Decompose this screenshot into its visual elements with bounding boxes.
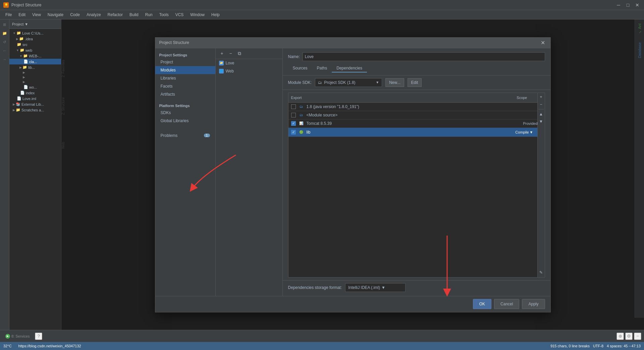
apply-button[interactable]: Apply	[522, 299, 545, 309]
menu-edit[interactable]: Edit	[16, 12, 28, 18]
nav-item-facets[interactable]: Facets	[155, 82, 215, 90]
tree-item-wo[interactable]: 📄 wo...	[9, 84, 61, 90]
tree-item-lib[interactable]: ▶ 📁 lib...	[9, 64, 61, 70]
remove-module-button[interactable]: −	[227, 50, 234, 57]
tree-item-idea[interactable]: ▶ 📁 .idea	[9, 36, 61, 42]
dep-toolbar-add[interactable]: +	[538, 94, 544, 100]
dep-toolbar-scroll-up[interactable]: ▲	[538, 111, 544, 117]
storage-select[interactable]: IntelliJ IDEA (.iml) ▼	[345, 283, 406, 292]
dep-icon-jdk: 🗂	[299, 104, 304, 109]
dep-name-tomcat: Tomcat 8.5.39	[307, 121, 521, 126]
help-button[interactable]: ?	[35, 333, 42, 340]
left-strip-icon-2[interactable]: 📁	[1, 30, 8, 37]
dialog-body: Project Settings Project Modules Librari…	[155, 48, 550, 296]
left-strip-icon-3[interactable]: ↺	[1, 38, 8, 46]
dep-row-lib[interactable]: ✓ 🟢 lib Compile ▼ ✎	[288, 128, 545, 137]
dep-toolbar-scroll-down[interactable]: ▼	[538, 118, 544, 125]
ok-button[interactable]: OK	[473, 299, 491, 309]
menu-build[interactable]: Build	[127, 12, 141, 18]
menu-tools[interactable]: Tools	[157, 12, 171, 18]
arrow-icon: ▶	[13, 103, 15, 106]
copy-module-button[interactable]: ⧉	[236, 50, 243, 57]
nav-item-sdks[interactable]: SDKs	[155, 109, 215, 117]
dep-icon-tomcat: 📊	[299, 121, 304, 126]
cancel-button[interactable]: Cancel	[494, 299, 519, 309]
module-item-web[interactable]: 🌐 Web	[216, 67, 282, 75]
tree-item-lib-1[interactable]: ▶	[9, 70, 61, 75]
nav-item-libraries[interactable]: Libraries	[155, 74, 215, 82]
sdk-new-button[interactable]: New...	[385, 78, 404, 87]
tree-item-ext-lib[interactable]: ▶ 📚 External Lib...	[9, 101, 61, 107]
nav-item-global-libraries[interactable]: Global Libraries	[155, 117, 215, 125]
menu-refactor[interactable]: Refactor	[105, 12, 125, 18]
dep-panel: Module SDK: 🗂 Project SDK (1.8) ▼ New...…	[283, 76, 550, 296]
tree-item-love[interactable]: ▼ 📁 Love C:\Us...	[9, 30, 61, 36]
tree-item-cla[interactable]: 📄 cla...	[9, 59, 61, 64]
tab-paths[interactable]: Paths	[312, 64, 332, 72]
tree-item-love-iml[interactable]: 📄 Love.iml	[9, 96, 61, 101]
name-input[interactable]	[303, 52, 545, 61]
expand-button[interactable]: ⊕	[616, 333, 624, 340]
dep-row-jdk[interactable]: 🗂 1.8 (java version "1.8.0_191")	[288, 103, 545, 111]
dep-name-jdk: 1.8 (java version "1.8.0_191")	[307, 104, 542, 109]
settings-button[interactable]: ⚙	[625, 333, 633, 340]
content-header: Name: Sources Paths Dependencies	[283, 48, 550, 76]
collapse-button[interactable]: −	[634, 333, 641, 340]
sdk-select[interactable]: 🗂 Project SDK (1.8) ▼	[315, 78, 382, 87]
close-button[interactable]: ✕	[634, 2, 641, 8]
tree-item-index[interactable]: 📄 index	[9, 90, 61, 96]
problems-badge: 1	[204, 134, 210, 137]
dep-checkbox-jdk[interactable]	[291, 104, 296, 109]
tree-item-src[interactable]: 📁 src	[9, 42, 61, 47]
add-module-button[interactable]: +	[218, 50, 226, 57]
minimize-button[interactable]: ─	[615, 2, 622, 8]
nav-item-project[interactable]: Project	[155, 58, 215, 66]
menu-navigate[interactable]: Navigate	[45, 12, 66, 18]
module-item-love[interactable]: 📁 Love	[216, 59, 282, 67]
dep-toolbar-edit[interactable]: ✎	[538, 269, 544, 276]
dep-table-right-toolbar: + − ▲ ▼ ✎	[537, 93, 545, 277]
arrow-icon: ▶	[16, 37, 18, 41]
dialog-title: Project Structure	[159, 40, 540, 45]
menu-run[interactable]: Run	[143, 12, 155, 18]
nav-item-problems[interactable]: Problems 1	[155, 132, 215, 140]
tree-item-web[interactable]: ▼ 📁 web	[9, 47, 61, 53]
left-strip-icon-4[interactable]: ←	[1, 47, 8, 54]
folder-icon: 📁	[19, 37, 24, 41]
menu-window[interactable]: Window	[187, 12, 207, 18]
dep-checkbox-lib[interactable]: ✓	[291, 130, 296, 135]
dialog-close-button[interactable]: ✕	[540, 39, 546, 46]
dep-checkbox-module-source[interactable]	[291, 113, 296, 117]
name-label: Name:	[288, 54, 300, 59]
menu-vcs[interactable]: VCS	[173, 12, 186, 18]
menu-analyze[interactable]: Analyze	[84, 12, 104, 18]
tree-item-lib-3[interactable]: ▶	[9, 80, 61, 84]
file-icon: 📄	[23, 59, 28, 64]
module-folder-icon: 🌐	[219, 69, 224, 73]
tree-item-label: lib...	[28, 65, 35, 69]
dep-row-module-source[interactable]: 🗂 <Module source>	[288, 111, 545, 119]
maximize-button[interactable]: □	[625, 2, 631, 8]
menu-help[interactable]: Help	[209, 12, 222, 18]
dep-icon-module-source: 🗂	[299, 112, 304, 118]
left-strip-icon-1[interactable]: ⊞	[1, 21, 8, 28]
tree-item-label: .idea	[25, 37, 33, 41]
menu-view[interactable]: View	[30, 12, 44, 18]
tree-item-web-inf[interactable]: ▼ 📁 WEB-...	[9, 53, 61, 59]
left-strip-icon-5[interactable]: →	[1, 56, 8, 63]
dep-row-tomcat[interactable]: ✓ 📊 Tomcat 8.5.39 Provided ▼	[288, 119, 545, 128]
dep-icon-lib: 🟢	[299, 130, 304, 135]
dep-toolbar-remove[interactable]: −	[538, 101, 544, 108]
menu-file[interactable]: File	[3, 12, 14, 18]
nav-item-artifacts[interactable]: Artifacts	[155, 90, 215, 98]
sdk-edit-button[interactable]: Edit	[408, 78, 422, 87]
nav-item-modules[interactable]: Modules	[155, 66, 215, 74]
tab-dependencies[interactable]: Dependencies	[332, 64, 367, 72]
tab-sources[interactable]: Sources	[288, 64, 312, 72]
tree-item-scratches[interactable]: ▶ 📁 Scratches a...	[9, 107, 61, 113]
tree-item-lib-2[interactable]: ▶	[9, 75, 61, 80]
menu-code[interactable]: Code	[67, 12, 83, 18]
services-tab[interactable]: ▶ 8: Services	[3, 333, 32, 339]
dep-checkbox-tomcat[interactable]: ✓	[291, 121, 296, 126]
dep-scope-lib: Compile ▼	[515, 130, 533, 134]
